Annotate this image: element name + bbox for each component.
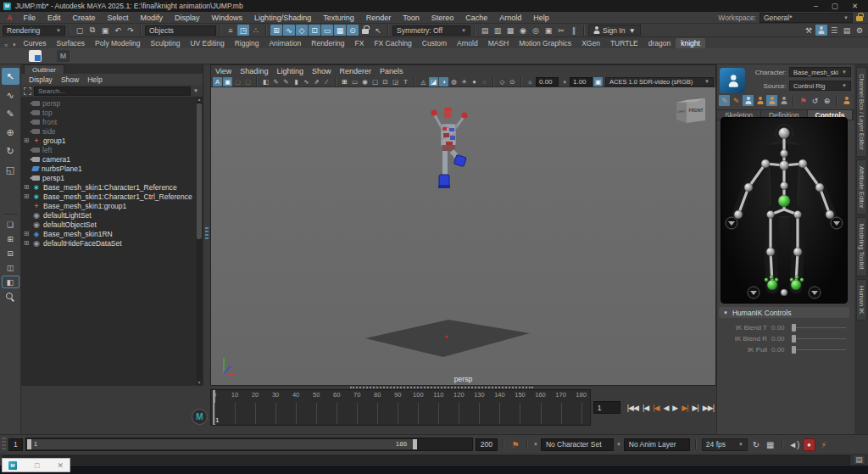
outliner-menu-display[interactable]: Display xyxy=(25,75,56,84)
play-forwards-button[interactable]: ▶ xyxy=(672,404,677,412)
exposure-icon[interactable]: ☼ xyxy=(526,77,535,86)
select-tool[interactable]: ↖ xyxy=(2,68,19,85)
outliner-item-defaultobjectset[interactable]: ◉defaultObjectSet xyxy=(21,220,203,229)
chevron-down-icon[interactable]: ▼ xyxy=(533,442,538,447)
outliner-item-nurbsplane1[interactable]: nurbsPlane1 xyxy=(21,164,203,173)
play-backwards-button[interactable]: ◀ xyxy=(663,404,668,412)
menu-windows[interactable]: Windows xyxy=(206,14,249,22)
curve-tool-icon[interactable]: ∿ xyxy=(302,77,311,86)
go-to-start-button[interactable]: |◀◀ xyxy=(627,404,638,412)
texture-placement-icon[interactable]: ▣ xyxy=(223,77,232,86)
continuous-playback-icon[interactable]: ↻ xyxy=(750,438,762,450)
show-skeleton-icon[interactable] xyxy=(743,95,754,106)
selection-mode-icon[interactable] xyxy=(778,95,789,106)
full-body-mode-icon[interactable] xyxy=(754,95,765,106)
shelf-tab-curves[interactable]: Curves xyxy=(19,38,52,48)
light-editor-icon[interactable]: ◎ xyxy=(530,25,542,36)
roll-buttons[interactable] xyxy=(726,217,843,298)
close-icon[interactable]: ✕ xyxy=(57,461,64,470)
ik-slider-groove[interactable] xyxy=(796,349,846,350)
shelf-tab-fx-caching[interactable]: FX Caching xyxy=(369,38,416,48)
shaded-icon[interactable]: ◪ xyxy=(429,77,438,86)
textured-icon[interactable]: ◑ xyxy=(439,77,448,86)
evaluation-mode-icon[interactable]: ⚡ xyxy=(818,438,830,450)
step-back-frame-button[interactable]: |◀ xyxy=(643,404,648,412)
sign-in-button[interactable]: Sign In ▼ xyxy=(588,25,641,36)
expand-icon[interactable]: ⊞ xyxy=(23,137,30,144)
outliner-item-base-mesh-skin1-group1[interactable]: +Base_mesh_skin1:group1 xyxy=(21,201,203,210)
sidebar-tab-human-ik[interactable]: Human IK xyxy=(856,279,867,321)
snap-together-icon[interactable]: ⊙ xyxy=(347,25,359,36)
effector-left-foot[interactable] xyxy=(791,280,801,290)
viewport-menu-show[interactable]: Show xyxy=(312,67,337,75)
image-plane-icon[interactable]: ◧ xyxy=(261,77,270,86)
panel-splitter[interactable] xyxy=(203,64,210,386)
wireframe-icon[interactable]: ◬ xyxy=(419,77,428,86)
humanik-controls-header[interactable]: ▼ HumanIK Controls xyxy=(719,307,849,318)
range-slider[interactable]: 1 186 xyxy=(25,438,473,451)
snap-point-icon[interactable]: ◇ xyxy=(296,25,308,36)
maya-home-button[interactable]: M xyxy=(192,409,208,425)
menu-create[interactable]: Create xyxy=(67,14,102,22)
outliner-item-base-mesh-skin1rn[interactable]: ⊞◈Base_mesh_skin1RN xyxy=(21,229,203,238)
expand-icon[interactable]: ⊞ xyxy=(23,192,30,200)
current-frame-field[interactable]: 1 xyxy=(593,401,620,414)
menu-modify[interactable]: Modify xyxy=(135,14,170,22)
menu-arnold[interactable]: Arnold xyxy=(493,14,527,22)
ik-slider-groove[interactable] xyxy=(796,338,846,339)
scale-tool[interactable]: ◱ xyxy=(2,161,19,178)
effector-feet-center[interactable] xyxy=(781,289,787,296)
menu-toon[interactable]: Toon xyxy=(397,14,426,22)
shelf-item-icon[interactable] xyxy=(29,50,42,62)
sidebar-tab-modeling-toolkit[interactable]: Modeling Toolkit xyxy=(856,217,867,276)
render-view-icon[interactable]: ▤ xyxy=(479,25,491,36)
shelf-tab-sculpting[interactable]: Sculpting xyxy=(145,38,185,48)
expand-icon[interactable]: ⊞ xyxy=(23,183,30,191)
cut-icon[interactable]: ✂ xyxy=(555,25,567,36)
safe-title-icon[interactable]: T xyxy=(401,77,410,86)
gamma-field[interactable]: 1.00 xyxy=(570,77,593,86)
menu-texturing[interactable]: Texturing xyxy=(317,14,360,22)
shelf-tab-dragon[interactable]: dragon xyxy=(643,38,676,48)
resolution-gate-icon[interactable]: ◉ xyxy=(360,77,370,86)
grease-pencil-icon[interactable]: ✎ xyxy=(281,77,291,86)
shelf-tab-motion-graphics[interactable]: Motion Graphics xyxy=(514,38,576,48)
menu-display[interactable]: Display xyxy=(169,14,206,22)
viewport-menu-shading[interactable]: Shading xyxy=(240,67,273,75)
body-part-mode-icon[interactable] xyxy=(766,95,777,106)
time-slider[interactable]: 1 01020304050607080901001101201301401501… xyxy=(210,389,591,426)
viewcube-left-label[interactable]: LEFT xyxy=(677,109,686,114)
viewcube-front-label[interactable]: FRONT xyxy=(688,108,703,113)
undo-icon[interactable]: ↶ xyxy=(112,25,124,36)
2d-pan-zoom-icon[interactable]: ✎ xyxy=(271,77,281,86)
range-end-handle[interactable] xyxy=(413,439,417,449)
zoom-tool[interactable] xyxy=(2,290,19,303)
shadows-icon[interactable]: ● xyxy=(470,77,479,86)
modeling-toolkit-toggle[interactable]: ⚒ xyxy=(803,25,815,36)
viewport-panel[interactable]: ViewShadingLightingShowRendererPanels A▣… xyxy=(210,64,716,386)
effector-right-elbow[interactable] xyxy=(744,183,753,192)
drag-grip[interactable] xyxy=(2,438,6,451)
character-combo[interactable]: Base_mesh_skin1:Charact ▼ xyxy=(789,67,851,77)
scroll-down-icon[interactable]: ▼ xyxy=(197,380,202,385)
viewport-menu-renderer[interactable]: Renderer xyxy=(339,67,376,75)
shelf-tab-knight[interactable]: knight xyxy=(676,38,705,48)
outliner-item-left[interactable]: left xyxy=(21,145,203,154)
ik-slider-groove[interactable] xyxy=(796,327,846,328)
ipr-render-icon[interactable]: ▥ xyxy=(492,25,504,36)
effector-left-knee[interactable] xyxy=(793,248,802,256)
effector-left-hand[interactable] xyxy=(826,210,834,219)
effector-chest[interactable] xyxy=(780,161,789,170)
sidebar-tab-channel-box-layer-editor[interactable]: Channel Box / Layer Editor xyxy=(856,67,867,157)
viewport-menu-lighting[interactable]: Lighting xyxy=(276,67,309,75)
line-annotate-icon[interactable]: ∕ xyxy=(322,77,331,86)
shelf-tab-xgen[interactable]: XGen xyxy=(576,38,605,48)
new-scene-icon[interactable]: ▢ xyxy=(74,25,86,36)
workspace-lock-icon[interactable] xyxy=(856,16,863,21)
redo-icon[interactable]: ↷ xyxy=(125,25,136,36)
pin-translate-icon[interactable]: ⊕ xyxy=(821,95,832,106)
range-start-handle[interactable] xyxy=(27,439,31,449)
exposure-field[interactable]: 0.00 xyxy=(536,77,559,86)
menu-set-combo[interactable]: Rendering ▼ xyxy=(3,25,65,36)
single-pane-layout[interactable]: ❏ xyxy=(2,218,19,231)
